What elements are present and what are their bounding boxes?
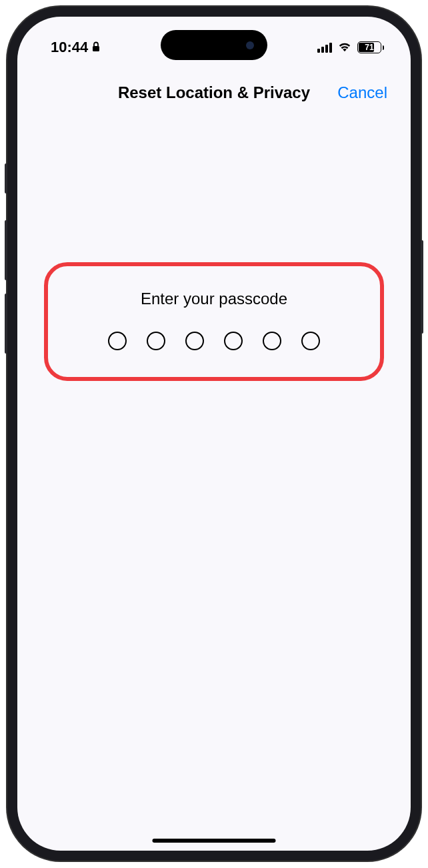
passcode-digit-3 [185,332,204,350]
phone-device-frame: 10:44 [7,7,421,861]
content-area: Enter your passcode [17,109,411,381]
passcode-digit-6 [301,332,320,350]
lock-icon [92,39,100,56]
cellular-signal-icon [317,42,332,53]
status-time: 10:44 [51,39,88,56]
power-button [421,240,423,334]
battery-level-text: 71 [365,43,373,52]
silence-switch [5,163,7,193]
volume-up-button [5,220,7,280]
passcode-prompt-label: Enter your passcode [75,290,353,308]
passcode-digit-5 [263,332,281,350]
volume-down-button [5,294,7,354]
phone-screen: 10:44 [17,17,411,851]
status-right: 71 [317,39,384,56]
wifi-icon [337,39,352,56]
passcode-input[interactable] [75,332,353,350]
svg-rect-0 [93,46,99,51]
home-indicator[interactable] [153,839,276,843]
status-left: 10:44 [51,39,100,56]
battery-indicator: 71 [357,41,384,53]
page-title: Reset Location & Privacy [118,83,310,102]
dynamic-island [161,30,267,60]
cancel-button[interactable]: Cancel [337,83,387,102]
passcode-digit-2 [147,332,165,350]
passcode-digit-4 [224,332,243,350]
navigation-bar: Reset Location & Privacy Cancel [17,63,411,109]
passcode-entry-box: Enter your passcode [44,262,384,381]
passcode-digit-1 [108,332,127,350]
